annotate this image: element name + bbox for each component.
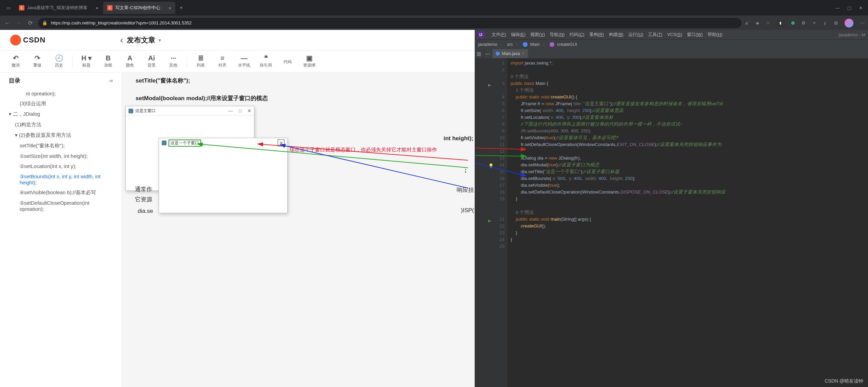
toolbar-背景[interactable]: Ai背景 [141, 55, 162, 68]
collections-icon[interactable]: ✧ [812, 20, 816, 25]
editor-content[interactable]: setTitle("窗体名称"); setModal(boolean modal… [122, 73, 475, 387]
menu-item[interactable]: 编辑(E) [511, 32, 526, 37]
close-icon[interactable]: × [522, 51, 525, 56]
browser-tab-1[interactable]: C 写文章-CSDN创作中心 × [103, 2, 175, 14]
toolbar-历史[interactable]: 🕘历史 [49, 55, 69, 68]
toolbar-列表[interactable]: ≣列表 [191, 55, 211, 68]
watermark: CSDN @晴友读钟 [825, 378, 863, 384]
app-menu-icon[interactable]: ⊞ [834, 20, 838, 25]
browser-tab-0[interactable]: C Java基础学习_晴友读钟的博客 × [15, 2, 102, 14]
crumb[interactable]: Main [530, 42, 540, 47]
toolbar-加粗[interactable]: B加粗 [98, 55, 118, 68]
java-icon [129, 109, 133, 113]
ide-project-label: javademo - M [839, 32, 865, 37]
more-icon[interactable]: ⋯ [860, 20, 865, 25]
toc-item[interactable]: ①setSize(int width, int height); [9, 151, 113, 161]
line-number-gutter: 12▶345678910111213💡141516171819▶21222324… [487, 58, 507, 387]
text-size-icon[interactable]: A› [746, 20, 749, 25]
content-line: dia.se [138, 208, 153, 215]
editor-toolbar: ↶撤消↷重做🕘历史H ▾标题B加粗A颜色Ai背景···其他≣列表≡对齐—水平线❝… [0, 50, 475, 73]
crumb[interactable]: createGUI [557, 42, 577, 47]
toc-heading: 目录 [9, 77, 20, 85]
toolbar-代码[interactable]: 代码 [277, 58, 298, 65]
read-aloud-icon[interactable]: ◈ [756, 20, 759, 25]
toc-item[interactable]: (1)构造方法 [9, 119, 113, 130]
file-tab[interactable]: Main.java × [492, 49, 528, 58]
code-text[interactable]: import javax.swing.*;0 个用法public class M… [507, 58, 868, 387]
menu-item[interactable]: 运行(U) [628, 32, 643, 37]
toc-collapse-icon[interactable]: ⇥ [108, 78, 113, 84]
fold-gutter [475, 58, 487, 387]
content-line: 通常作 [135, 185, 152, 193]
menu-item[interactable]: 视图(V) [530, 32, 545, 37]
crumb[interactable]: javademo [478, 42, 497, 47]
toc-item[interactable]: ▾ (2)参数设置及常用方法 [9, 130, 113, 141]
window-close-icon[interactable]: ✕ [859, 5, 863, 11]
toc-item[interactable]: ④setVisible(boolean b);//基本必写 [9, 187, 113, 198]
close-icon[interactable]: ✕ [248, 108, 251, 113]
collapse-icon[interactable]: — [484, 49, 492, 58]
toolbar-对齐[interactable]: ≡对齐 [212, 55, 233, 68]
toc-sidebar: 目录 ⇥ nt opreation);(3)综合运用▾ 二，JDialog(1)… [0, 73, 122, 387]
toolbar-颜色[interactable]: A颜色 [120, 55, 140, 68]
new-tab-button[interactable]: + [176, 5, 186, 11]
toolbar-块引用[interactable]: ❝块引用 [256, 55, 276, 68]
profile-avatar[interactable] [845, 19, 853, 27]
maximize-icon[interactable]: □ [239, 108, 241, 113]
toolbar-标题[interactable]: H ▾标题 [76, 55, 97, 68]
code-editor[interactable]: 12▶345678910111213💡141516171819▶21222324… [475, 58, 868, 387]
toc-item[interactable]: ③setBounds(int x, int y, int width, int … [9, 171, 113, 187]
menu-item[interactable]: 窗口(W) [687, 32, 703, 37]
menu-item[interactable]: 工具(T) [648, 32, 663, 37]
intellij-logo-icon: IJ [477, 31, 484, 38]
menu-item[interactable]: 代码(C) [569, 32, 584, 37]
nav-back-icon[interactable]: ← [3, 20, 11, 26]
menu-item[interactable]: 构建(B) [609, 32, 624, 37]
intellij-pane: IJ 文件(F)编辑(E)视图(V)导航(N)代码(C)重构(R)构建(B)运行… [475, 30, 868, 387]
url-text: https://mp.csdn.net/mp_blog/creation/edi… [51, 20, 192, 25]
browser-toolbar: ← → ⟳ 🔒 https://mp.csdn.net/mp_blog/crea… [0, 16, 868, 30]
address-bar[interactable]: 🔒 https://mp.csdn.net/mp_blog/creation/e… [38, 18, 742, 28]
toolbar-其他[interactable]: ···其他 [163, 55, 183, 68]
minimize-icon[interactable]: — [228, 108, 233, 113]
ide-tabs: ▥ — Main.java × [475, 49, 868, 58]
close-icon[interactable]: ✕ [278, 140, 284, 146]
extensions-icon[interactable]: ⚙ [802, 20, 806, 25]
toolbar-重做[interactable]: ↷重做 [27, 55, 47, 68]
menu-item[interactable]: 重构(R) [589, 32, 604, 37]
downloads-icon[interactable]: ⭳ [823, 20, 827, 25]
java-child-dialog[interactable]: 这是一个子窗口 ✕ [159, 138, 288, 213]
shield-icon[interactable]: ⬢ [791, 20, 795, 25]
ide-breadcrumb: javademo〉 src〉 Main〉 createGUI [475, 39, 868, 49]
crumb[interactable]: src [507, 42, 513, 47]
toc-item[interactable]: nt opreation); [9, 89, 113, 98]
favorites-icon[interactable]: ☆ [766, 20, 770, 25]
menu-item[interactable]: 文件(F) [492, 32, 506, 37]
menu-item[interactable]: 导航(N) [550, 32, 565, 37]
menu-item[interactable]: 帮助(H) [708, 32, 723, 37]
menu-item[interactable]: VCS(S) [667, 32, 682, 37]
back-chevron-icon[interactable]: ‹ [120, 35, 123, 45]
toc-item[interactable]: ▾ 二，JDialog [9, 109, 113, 119]
window-maximize-icon[interactable]: ▢ [847, 5, 851, 11]
tab-overview-button[interactable]: ▭ [2, 2, 15, 14]
toolbar-撤消[interactable]: ↶撤消 [5, 55, 26, 68]
project-toolwindow-icon[interactable]: ▥ [475, 49, 484, 58]
favicon-csdn: C [19, 5, 24, 11]
toc-item[interactable]: ⑤setDefaultCloseOperation(int opreation)… [9, 198, 113, 214]
toc-item[interactable]: ②setLocation(int x, int y); [9, 161, 113, 171]
nav-refresh-icon[interactable]: ⟳ [26, 20, 34, 26]
tab-title: Java基础学习_晴友读钟的博客 [27, 5, 87, 11]
toolbar-资源绑[interactable]: ▣资源绑 [299, 55, 319, 68]
toc-item[interactable]: (3)综合运用 [9, 98, 113, 109]
close-icon[interactable]: × [96, 5, 99, 11]
toc-item[interactable]: setTitle("窗体名称"); [9, 141, 113, 151]
window-minimize-icon[interactable]: — [835, 5, 840, 11]
csdn-editor-pane: CSDN ‹ 发布文章 ▾ ↶撤消↷重做🕘历史H ▾标题B加粗A颜色Ai背景··… [0, 30, 475, 387]
dropdown-icon[interactable]: ▾ [159, 38, 161, 43]
csdn-logo[interactable]: CSDN [10, 35, 45, 45]
close-icon[interactable]: × [169, 5, 172, 11]
toolbar-水平线[interactable]: —水平线 [234, 55, 254, 68]
class-icon [496, 52, 500, 56]
class-icon [523, 42, 528, 47]
